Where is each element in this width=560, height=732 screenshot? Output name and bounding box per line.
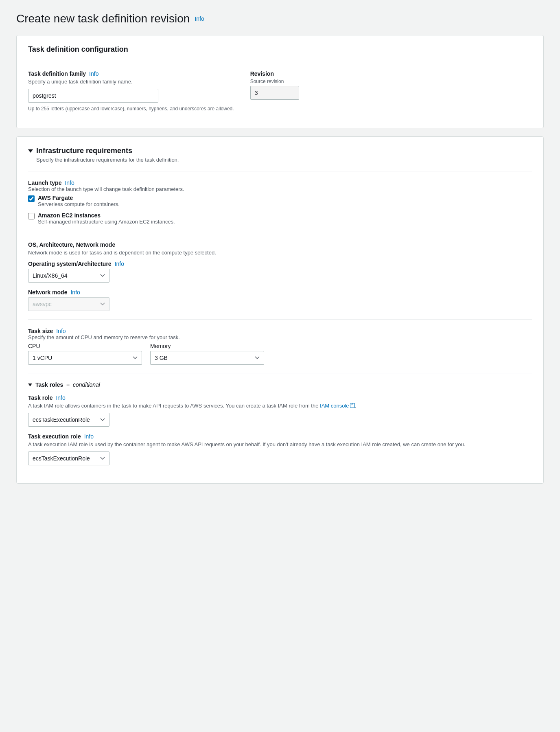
infra-collapse-icon[interactable] (28, 149, 33, 153)
task-role-select[interactable]: ecsTaskExecutionRole None (28, 413, 109, 427)
task-execution-role-field: Task execution role Info A task executio… (28, 433, 532, 465)
ec2-description: Self-managed infrastructure using Amazon… (38, 219, 175, 225)
ec2-checkbox[interactable] (28, 213, 35, 219)
family-info-link[interactable]: Info (89, 70, 98, 77)
ec2-label[interactable]: Amazon EC2 instances (38, 212, 175, 219)
ec2-option: Amazon EC2 instances Self-managed infras… (28, 212, 532, 225)
launch-type-label-text: Launch type (28, 180, 61, 186)
fargate-option: AWS Fargate Serverless compute for conta… (28, 195, 532, 207)
page-info-link[interactable]: Info (195, 15, 204, 22)
cpu-select[interactable]: 0.25 vCPU 0.5 vCPU 1 vCPU 2 vCPU 4 vCPU … (28, 351, 142, 365)
revision-label: Revision (250, 70, 299, 77)
os-arch-network-title: OS, Architecture, Network mode (28, 241, 532, 248)
page-title: Create new task definition revision (16, 12, 190, 25)
task-definition-fields: Task definition family Info Specify a un… (28, 70, 532, 112)
family-hint: Up to 255 letters (uppercase and lowerca… (28, 106, 234, 112)
task-roles-block: Task roles – conditional Task role Info … (28, 381, 532, 465)
cpu-field: CPU 0.25 vCPU 0.5 vCPU 1 vCPU 2 vCPU 4 v… (28, 343, 142, 365)
network-mode-select[interactable]: awsvpc bridge host none (28, 297, 109, 311)
task-role-field: Task role Info A task IAM role allows co… (28, 394, 532, 427)
task-role-desc-suffix: . (355, 403, 357, 409)
cpu-label: CPU (28, 343, 142, 349)
memory-select[interactable]: 2 GB 3 GB 4 GB 5 GB 6 GB 7 GB 8 GB (150, 351, 264, 365)
task-roles-conditional-text: conditional (73, 381, 100, 388)
task-role-desc-prefix: A task IAM role allows containers in the… (28, 403, 320, 409)
revision-field: Revision Source revision (250, 70, 299, 112)
family-input[interactable]: postgrest (28, 89, 158, 103)
family-label: Task definition family Info (28, 70, 234, 77)
fargate-checkbox[interactable] (28, 195, 35, 202)
infra-title-text: Infrastructure requirements (36, 147, 132, 155)
task-execution-role-description: A task execution IAM role is used by the… (28, 441, 532, 447)
task-definition-config-title: Task definition configuration (28, 45, 532, 54)
task-execution-role-label: Task execution role Info (28, 433, 532, 440)
os-arch-label-text: Operating system/Architecture (28, 261, 112, 267)
infra-section-description: Specify the infrastructure requirements … (28, 157, 532, 163)
task-execution-role-label-text: Task execution role (28, 433, 81, 440)
fargate-description: Serverless compute for containers. (38, 201, 120, 207)
fargate-label[interactable]: AWS Fargate (38, 195, 120, 201)
os-arch-network-block: OS, Architecture, Network mode Network m… (28, 241, 532, 311)
os-arch-info-link[interactable]: Info (115, 261, 124, 267)
launch-type-description: Selection of the launch type will change… (28, 186, 532, 192)
task-roles-header: Task roles – conditional (28, 381, 532, 388)
infrastructure-card: Infrastructure requirements Specify the … (16, 136, 544, 484)
ec2-checkbox-item: Amazon EC2 instances Self-managed infras… (38, 212, 175, 225)
task-role-label: Task role Info (28, 394, 532, 401)
launch-type-info-link[interactable]: Info (65, 180, 74, 186)
network-mode-info-link[interactable]: Info (70, 289, 80, 296)
task-role-info-link[interactable]: Info (56, 394, 65, 401)
task-role-label-text: Task role (28, 394, 52, 401)
task-size-label: Task size Info (28, 328, 532, 334)
task-roles-collapse-icon[interactable] (28, 384, 32, 386)
os-arch-select[interactable]: Linux/X86_64 Linux/ARM64 Windows Server … (28, 269, 109, 283)
network-mode-label-text: Network mode (28, 289, 67, 296)
network-mode-label: Network mode Info (28, 289, 532, 296)
network-mode-field: Network mode Info awsvpc bridge host non… (28, 289, 532, 311)
task-size-info-link[interactable]: Info (56, 328, 66, 334)
task-size-label-text: Task size (28, 328, 53, 334)
os-arch-network-desc: Network mode is used for tasks and is de… (28, 250, 532, 256)
iam-console-link[interactable]: IAM console (320, 403, 349, 409)
os-arch-label: Operating system/Architecture Info (28, 261, 532, 267)
task-roles-dash: – (66, 381, 70, 388)
external-link-icon (350, 403, 355, 408)
task-execution-role-info-link[interactable]: Info (84, 433, 94, 440)
memory-label: Memory (150, 343, 264, 349)
os-arch-field: Operating system/Architecture Info Linux… (28, 261, 532, 283)
infra-section-title: Infrastructure requirements (28, 147, 532, 155)
task-definition-family-field: Task definition family Info Specify a un… (28, 70, 234, 112)
family-description: Specify a unique task definition family … (28, 79, 234, 85)
revision-sublabel: Source revision (250, 79, 299, 84)
launch-type-block: Launch type Info Selection of the launch… (28, 180, 532, 225)
infra-header: Infrastructure requirements Specify the … (28, 147, 532, 163)
fargate-checkbox-item: AWS Fargate Serverless compute for conta… (38, 195, 120, 207)
cpu-memory-row: CPU 0.25 vCPU 0.5 vCPU 1 vCPU 2 vCPU 4 v… (28, 343, 532, 365)
revision-input[interactable] (250, 86, 299, 100)
task-execution-role-select[interactable]: ecsTaskExecutionRole None Create new rol… (28, 451, 109, 465)
task-size-description: Specify the amount of CPU and memory to … (28, 334, 532, 340)
family-label-text: Task definition family (28, 70, 86, 77)
task-role-description: A task IAM role allows containers in the… (28, 403, 532, 409)
task-size-block: Task size Info Specify the amount of CPU… (28, 328, 532, 365)
task-roles-title-text: Task roles (35, 381, 63, 388)
memory-field: Memory 2 GB 3 GB 4 GB 5 GB 6 GB 7 GB 8 G… (150, 343, 264, 365)
launch-type-label: Launch type Info (28, 180, 532, 186)
task-roles-content: Task role Info A task IAM role allows co… (28, 394, 532, 465)
page-title-row: Create new task definition revision Info (16, 12, 544, 25)
task-definition-config-card: Task definition configuration Task defin… (16, 35, 544, 128)
